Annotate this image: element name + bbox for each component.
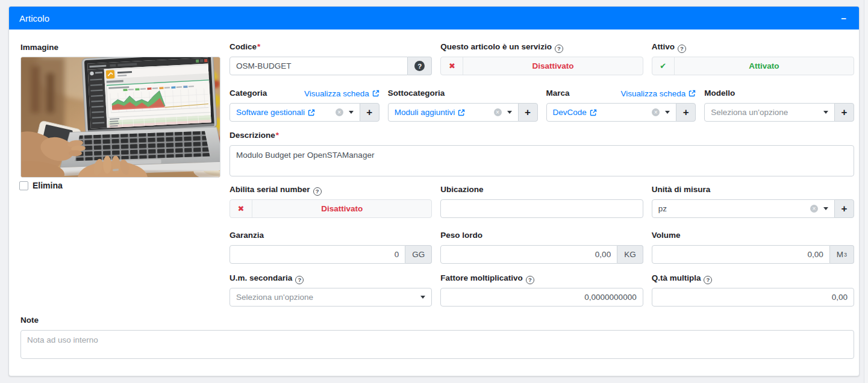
required-asterisk: * [257,42,260,51]
clear-icon[interactable]: × [810,205,818,213]
collapse-button[interactable]: − [841,14,846,23]
check-icon: ✔ [660,61,666,70]
note-label: Note [20,315,39,326]
add-unita-misura-button[interactable]: + [834,199,854,218]
note-textarea[interactable] [20,330,854,359]
external-link-icon [372,90,379,97]
categoria-label: Categoria [229,88,267,99]
garanzia-input[interactable] [229,245,405,264]
cross-icon: ✖ [449,61,455,70]
help-icon: ? [295,276,304,284]
external-link-icon [458,109,465,116]
caret-down-icon [823,111,828,114]
clear-icon[interactable]: × [336,108,343,116]
codice-label: Codice* [229,42,260,52]
codice-help-addon[interactable]: ? [408,57,432,75]
external-link-icon [590,109,597,116]
um-secondaria-label: U.m. secondaria? [229,273,304,284]
ubicazione-label: Ubicazione [440,184,483,195]
marca-visualizza-scheda-link[interactable]: Visualizza scheda [620,89,696,98]
garanzia-addon: GG [405,245,432,264]
elimina-label: Elimina [33,181,63,190]
garanzia-label: Garanzia [229,230,264,241]
unita-misura-label: Unità di misura [652,184,711,195]
caret-down-icon [420,296,425,299]
qta-multipla-input[interactable] [652,288,854,307]
add-modello-button[interactable]: + [834,103,854,122]
ubicazione-input[interactable] [440,199,643,218]
clear-icon[interactable]: × [494,108,502,116]
caret-down-icon [665,111,670,114]
attivo-label: Attivo? [652,42,686,53]
serial-number-label: Abilita serial number? [229,184,322,196]
panel-title: Articolo [19,13,49,23]
serial-number-toggle[interactable]: ✖ Disattivato [229,199,432,218]
panel-header: Articolo − [9,7,859,30]
modello-select[interactable]: Seleziona un'opzione [704,103,835,122]
external-link-icon [308,109,315,116]
servizio-toggle[interactable]: ✖ Disattivato [440,57,643,75]
categoria-select[interactable]: Software gestionali × [229,103,360,122]
servizio-state: Disattivato [463,57,642,75]
categoria-visualizza-scheda-link[interactable]: Visualizza scheda [304,89,379,98]
required-asterisk: * [276,131,279,140]
sottocategoria-label: Sottocategoria [388,88,445,99]
descrizione-textarea[interactable]: Modulo Budget per OpenSTAManager [229,145,854,176]
marca-label: Marca [546,88,570,99]
caret-down-icon [349,111,354,114]
codice-input[interactable] [229,57,408,75]
um-secondaria-select[interactable]: Seleziona un'opzione [229,288,432,307]
fattore-input[interactable] [440,288,643,307]
caret-down-icon [823,207,828,210]
serial-number-state: Disattivato [252,200,431,217]
modello-label: Modello [704,88,735,99]
qta-multipla-label: Q.tà multipla? [652,273,713,284]
descrizione-label: Descrizione* [229,130,279,141]
peso-lordo-label: Peso lordo [440,230,482,241]
scrollbar-track[interactable] [864,0,868,383]
plus-icon: + [683,107,689,117]
article-image-photo [21,57,220,178]
attivo-toggle[interactable]: ✔ Attivato [652,57,854,75]
servizio-label: Questo articolo è un servizio? [440,42,563,53]
volume-addon: M3 [830,245,854,264]
caret-down-icon [507,111,512,114]
external-link-icon [688,90,696,97]
articolo-panel: Articolo − Immagine [8,6,860,376]
elimina-checkbox[interactable] [19,181,28,190]
question-circle-icon: ? [414,61,425,71]
help-icon: ? [313,187,322,196]
cross-icon: ✖ [238,204,245,213]
unita-misura-select[interactable]: pz × [652,199,835,218]
add-sottocategoria-button[interactable]: + [518,103,538,122]
clear-icon[interactable]: × [652,108,660,116]
attivo-state: Attivato [675,57,854,75]
minus-icon: − [841,13,846,23]
volume-label: Volume [652,230,681,241]
plus-icon: + [841,204,848,214]
help-icon: ? [704,276,712,284]
peso-lordo-input[interactable] [440,245,617,264]
add-categoria-button[interactable]: + [360,103,379,122]
article-image[interactable] [20,57,220,178]
plus-icon: + [525,107,531,117]
plus-icon: + [366,107,372,117]
panel-body: Immagine [9,30,859,376]
peso-lordo-addon: KG [617,245,643,264]
immagine-label: Immagine [20,43,58,52]
help-icon: ? [678,45,686,53]
page: Articolo − Immagine [0,0,868,383]
sottocategoria-select[interactable]: Moduli aggiuntivi × [388,103,519,122]
help-icon: ? [526,276,534,284]
help-icon: ? [555,45,563,53]
marca-select[interactable]: DevCode × [546,103,677,122]
plus-icon: + [841,107,848,117]
volume-input[interactable] [652,245,830,264]
add-marca-button[interactable]: + [676,103,696,122]
fattore-label: Fattore moltiplicativo? [440,273,534,284]
